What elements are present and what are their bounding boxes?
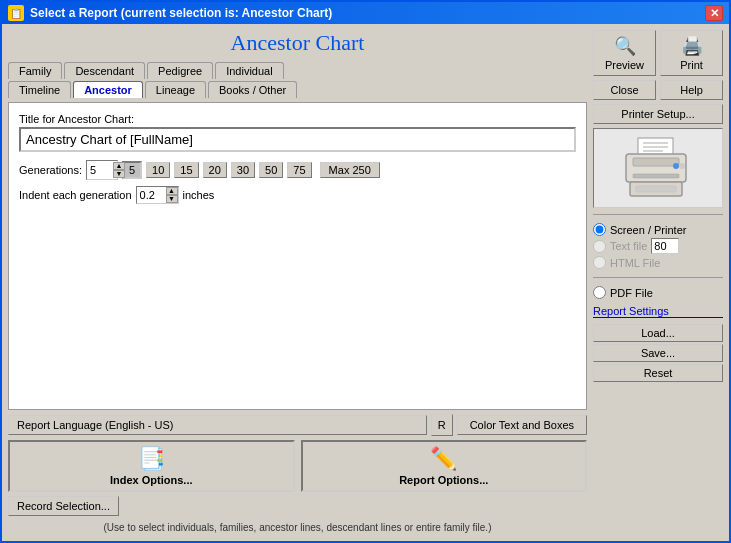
html-file-radio[interactable] [593,256,606,269]
generations-row: Generations: ▲ ▼ 5 10 15 20 30 50 75 [19,160,576,180]
text-file-row: Text file [593,238,723,254]
text-file-width[interactable] [651,238,679,254]
svg-point-7 [679,163,685,169]
report-options-icon: ✏️ [430,446,457,472]
svg-point-6 [673,163,679,169]
pdf-group: PDF File [593,284,723,301]
indent-unit: inches [183,189,215,201]
pdf-file-label: PDF File [610,287,653,299]
options-row: 📑 Index Options... ✏️ Report Options... [8,440,587,492]
left-panel: Ancestor Chart Family Descendant Pedigre… [8,30,587,535]
text-file-label: Text file [610,240,647,252]
window-icon: 📋 [8,5,24,21]
indent-spin-up[interactable]: ▲ [166,187,178,195]
indent-label: Indent each generation [19,189,132,201]
index-options-icon: 📑 [138,446,165,472]
pdf-file-row: PDF File [593,286,723,299]
spin-down[interactable]: ▼ [113,170,125,178]
report-options-box[interactable]: ✏️ Report Options... [301,440,588,492]
report-options-label: Report Options... [399,474,488,486]
preview-print-row: 🔍 Preview 🖨️ Print [593,30,723,76]
tab-pedigree[interactable]: Pedigree [147,62,213,79]
max-btn[interactable]: Max 250 [320,162,380,178]
screen-printer-row: Screen / Printer [593,223,723,236]
index-options-label: Index Options... [110,474,193,486]
indent-spinbox[interactable]: ▲ ▼ [136,186,179,204]
generations-value[interactable] [90,164,112,176]
indent-row: Indent each generation ▲ ▼ inches [19,186,576,204]
svg-rect-10 [636,186,676,192]
main-window: 📋 Select a Report (current selection is:… [0,0,731,543]
tab-content: Title for Ancestor Chart: Generations: ▲… [8,102,587,410]
tab-row-2: Timeline Ancestor Lineage Books / Other [8,81,587,98]
tab-family[interactable]: Family [8,62,62,79]
close-help-row: Close Help [593,80,723,100]
text-file-radio[interactable] [593,240,606,253]
indent-spin-down[interactable]: ▼ [166,195,178,203]
html-file-row: HTML File [593,256,723,269]
title-bar: 📋 Select a Report (current selection is:… [2,2,729,24]
svg-rect-8 [633,174,679,178]
printer-area [593,128,723,208]
title-label: Title for Ancestor Chart: [19,113,576,125]
preview-icon: 🔍 [614,35,636,57]
load-button[interactable]: Load... [593,324,723,342]
screen-printer-label: Screen / Printer [610,224,686,236]
window-title: Select a Report (current selection is: A… [30,6,332,20]
svg-rect-5 [633,158,679,166]
close-button[interactable]: Close [593,80,656,100]
tab-individual[interactable]: Individual [215,62,283,79]
screen-printer-radio[interactable] [593,223,606,236]
html-file-label: HTML File [610,257,660,269]
gen-btn-10[interactable]: 10 [146,162,170,178]
gen-btn-30[interactable]: 30 [231,162,255,178]
tab-descendant[interactable]: Descendant [64,62,145,79]
output-type-group: Screen / Printer Text file HTML File [593,221,723,271]
report-settings-label: Report Settings [593,305,723,318]
generations-label: Generations: [19,164,82,176]
gen-btn-50[interactable]: 50 [259,162,283,178]
gen-btn-20[interactable]: 20 [203,162,227,178]
tab-books-other[interactable]: Books / Other [208,81,297,98]
spin-buttons: ▲ ▼ [113,162,125,178]
gen-btn-75[interactable]: 75 [287,162,311,178]
right-panel: 🔍 Preview 🖨️ Print Close Help Printer Se… [593,30,723,535]
preview-label: Preview [605,59,644,71]
help-button[interactable]: Help [660,80,723,100]
report-lang-row: Report Language (English - US) R Color T… [8,414,587,436]
color-text-boxes-button[interactable]: Color Text and Boxes [457,415,587,435]
separator-2 [593,277,723,278]
preview-button[interactable]: 🔍 Preview [593,30,656,76]
record-selection-button[interactable]: Record Selection... [8,496,119,516]
printer-image [618,136,698,201]
record-hint: (Use to select individuals, families, an… [8,520,587,535]
separator-1 [593,214,723,215]
report-lang-button[interactable]: Report Language (English - US) [8,415,427,435]
settings-btns: Load... Save... Reset [593,324,723,382]
reset-button[interactable]: Reset [593,364,723,382]
print-label: Print [680,59,703,71]
indent-spin-buttons: ▲ ▼ [166,187,178,203]
print-button[interactable]: 🖨️ Print [660,30,723,76]
tab-timeline[interactable]: Timeline [8,81,71,98]
title-group: Title for Ancestor Chart: [19,113,576,152]
tab-ancestor[interactable]: Ancestor [73,81,143,98]
gen-btn-15[interactable]: 15 [174,162,198,178]
tab-row-1: Family Descendant Pedigree Individual [8,62,587,79]
generations-spinbox[interactable]: ▲ ▼ [86,160,118,180]
title-input[interactable] [19,127,576,152]
record-row: Record Selection... [8,496,587,516]
indent-value[interactable] [137,187,165,203]
pdf-file-radio[interactable] [593,286,606,299]
printer-setup-button[interactable]: Printer Setup... [593,104,723,124]
bottom-area: Report Language (English - US) R Color T… [8,414,587,535]
tab-lineage[interactable]: Lineage [145,81,206,98]
r-button[interactable]: R [431,414,453,436]
index-options-box[interactable]: 📑 Index Options... [8,440,295,492]
window-close-button[interactable]: ✕ [705,5,723,21]
gen-btn-5[interactable]: 5 [122,161,142,179]
print-icon: 🖨️ [681,35,703,57]
save-button[interactable]: Save... [593,344,723,362]
page-title: Ancestor Chart [8,30,587,56]
spin-up[interactable]: ▲ [113,162,125,170]
